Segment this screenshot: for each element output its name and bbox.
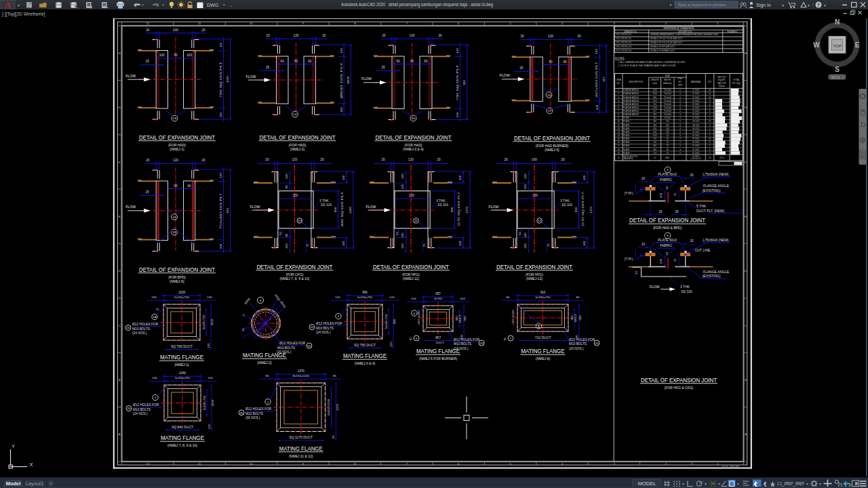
svg-text:18: 18 [618, 148, 620, 151]
svg-text:PLATE: PLATE [623, 131, 629, 134]
svg-text:657: 657 [602, 77, 606, 82]
svg-text:5x150=750: 5x150=750 [175, 376, 190, 380]
svg-text:LS: LS [709, 157, 711, 159]
svg-text:75x50x6: 75x50x6 [664, 89, 672, 92]
svg-text:145: 145 [208, 424, 211, 429]
svg-text:1370: 1370 [589, 207, 593, 214]
svg-text:790 SQ.O/S.PLT.: 790 SQ.O/S.PLT. [219, 61, 222, 98]
svg-text:200: 200 [666, 124, 669, 127]
svg-text:L75x50x6 (NEW): L75x50x6 (NEW) [703, 172, 728, 176]
svg-text:12: 12 [146, 462, 149, 466]
svg-text:8x150=1200: 8x150=1200 [293, 374, 310, 378]
svg-text:▸: ▸ [670, 3, 672, 7]
svg-text:75x50x6: 75x50x6 [664, 113, 672, 116]
svg-text:▾: ▾ [808, 3, 810, 7]
svg-text:145: 145 [152, 376, 157, 380]
svg-text:15: 15 [618, 138, 620, 140]
svg-text:(FOR HFG): (FOR HFG) [526, 272, 543, 277]
svg-text:Autodesk AutoCAD 2020: Autodesk AutoCAD 2020 [341, 2, 385, 7]
svg-text:3 THK.: 3 THK. [436, 199, 446, 203]
svg-text:580: 580 [463, 316, 467, 321]
svg-text:20: 20 [438, 34, 442, 37]
svg-text:75x50x6: 75x50x6 [664, 110, 672, 113]
svg-text:910: 910 [540, 291, 546, 294]
svg-text:104: 104 [411, 297, 416, 300]
svg-text:150: 150 [409, 194, 414, 197]
svg-text:1040: 1040 [179, 371, 186, 375]
svg-text:WCS: WCS [831, 75, 840, 79]
svg-text:TOP: TOP [833, 43, 842, 48]
svg-text:85: 85 [333, 374, 336, 378]
svg-text:SS 316: SS 316 [437, 203, 448, 207]
svg-text:20: 20 [322, 34, 326, 37]
svg-text:IS 2062: IS 2062 [692, 100, 700, 102]
svg-text:SS 316: SS 316 [321, 203, 332, 207]
svg-text:▾: ▾ [862, 131, 863, 134]
svg-text:457: 457 [435, 336, 441, 340]
svg-text:13: 13 [618, 131, 620, 134]
svg-text:FLOW: FLOW [250, 205, 260, 209]
svg-text:F: F [745, 161, 747, 164]
svg-text:960: 960 [653, 113, 656, 116]
svg-text:20: 20 [146, 28, 150, 32]
svg-text:10: 10 [618, 120, 620, 123]
svg-text:M10 BOLTS: M10 BOLTS [569, 342, 587, 346]
svg-text:10: 10 [250, 22, 253, 25]
svg-text:CUT LINE: CUT LINE [695, 248, 711, 252]
svg-text:20: 20 [690, 239, 694, 243]
svg-text:▾: ▾ [737, 482, 739, 486]
svg-text:Ø12 HOLES FOR: Ø12 HOLES FOR [132, 323, 159, 326]
svg-text:50: 50 [549, 60, 553, 64]
svg-text:DIA.(mm): DIA.(mm) [663, 82, 672, 85]
svg-text:75x50x6: 75x50x6 [664, 103, 672, 106]
svg-text:50: 50 [667, 148, 669, 151]
svg-text:60: 60 [308, 60, 312, 63]
svg-text:+: + [50, 481, 52, 486]
svg-text:PLATE: PLATE [623, 124, 629, 127]
svg-text:IS 2062: IS 2062 [692, 106, 700, 109]
svg-text:(FOR CFG): (FOR CFG) [285, 272, 303, 277]
svg-text:B: B [745, 378, 747, 382]
svg-text:E: E [745, 215, 747, 218]
svg-text:E: E [119, 215, 121, 218]
svg-text:60: 60 [294, 60, 298, 63]
svg-text:G: G [745, 106, 747, 109]
svg-text:SIZE: SIZE [665, 75, 670, 77]
svg-text:IS 2062: IS 2062 [692, 138, 700, 140]
svg-text:8x150=1200: 8x150=1200 [327, 399, 330, 415]
svg-text:1370: 1370 [465, 207, 469, 214]
svg-text:▾: ▾ [862, 102, 863, 105]
svg-text:100: 100 [340, 107, 343, 113]
svg-text:SS 316: SS 316 [692, 124, 699, 127]
svg-text:DETAILS OF DUCT FLUE GAS DUCT: DETAILS OF DUCT FLUE GAS DUCT [650, 37, 683, 40]
svg-text:A: A [119, 432, 121, 436]
svg-text:20: 20 [642, 243, 646, 246]
svg-text:MODEL: MODEL [638, 481, 656, 487]
svg-text:Ø12 HOLES FOR: Ø12 HOLES FOR [454, 338, 480, 342]
svg-text:165: 165 [524, 184, 527, 189]
svg-text:FLOW: FLOW [366, 205, 376, 209]
svg-text:(NMEJ 7, 8, 9 & 10): (NMEJ 7, 8, 9 & 10) [279, 277, 309, 281]
svg-text:16: 16 [709, 89, 711, 92]
svg-text:50: 50 [667, 134, 669, 137]
svg-text:11: 11 [414, 219, 418, 222]
svg-text:IS 2062: IS 2062 [692, 96, 700, 99]
svg-text:▾: ▾ [682, 482, 684, 486]
svg-text:85: 85 [332, 435, 335, 439]
svg-text:PLATE: PLATE [623, 138, 629, 140]
svg-text:80: 80 [507, 296, 510, 299]
svg-text:5x150=750: 5x150=750 [203, 395, 206, 410]
svg-text:FLOW: FLOW [125, 205, 136, 209]
svg-text:IS 2062: IS 2062 [692, 113, 700, 116]
svg-text:14: 14 [294, 113, 297, 116]
svg-text:25: 25 [146, 60, 150, 63]
svg-text:120: 120 [408, 158, 414, 161]
svg-text:DUCT: DUCT [436, 341, 445, 344]
svg-text:DUCT: DUCT [458, 314, 462, 323]
svg-text:190: 190 [532, 194, 538, 197]
svg-text:20: 20 [201, 28, 205, 32]
svg-text:A: A [5, 0, 11, 9]
svg-text:IS 2062: IS 2062 [692, 110, 700, 113]
svg-text:IS 2062: IS 2062 [692, 92, 700, 95]
svg-text:100: 100 [285, 174, 288, 179]
